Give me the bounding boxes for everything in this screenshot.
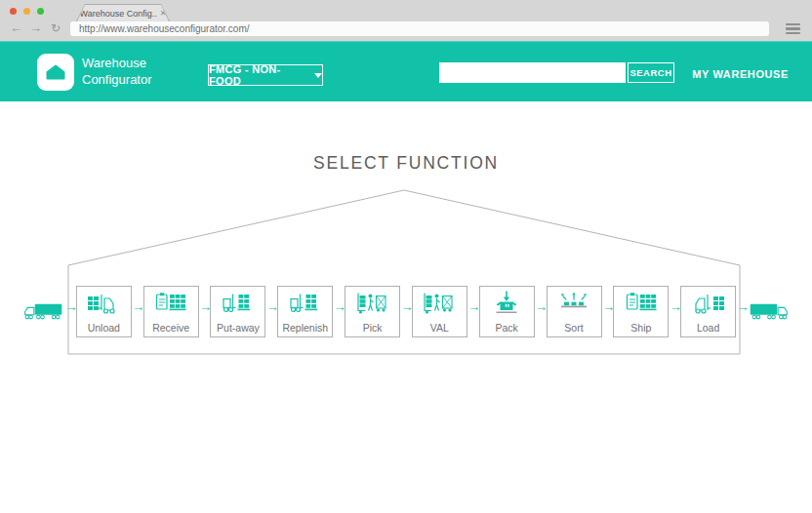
function-label: Sort bbox=[564, 322, 583, 334]
forklift-shelf-icon bbox=[221, 290, 256, 316]
category-dropdown-value: FMCG - NON-FOOD bbox=[209, 63, 304, 87]
forklift-unload-icon bbox=[86, 290, 121, 316]
clipboard-shelf-icon bbox=[153, 290, 188, 316]
function-box-load[interactable]: Load bbox=[680, 286, 736, 337]
function-label: Put-away bbox=[217, 322, 260, 334]
sorter-icon bbox=[556, 290, 591, 316]
function-label: Unload bbox=[88, 322, 120, 334]
back-icon[interactable]: ← bbox=[10, 19, 22, 38]
flow-arrow-icon: → bbox=[602, 300, 613, 313]
url-text: http://www.warehouseconfigurator.com/ bbox=[70, 23, 250, 34]
flow-arrow-icon: → bbox=[132, 300, 142, 313]
function-label: Replenish bbox=[282, 322, 328, 334]
function-label: Pick bbox=[363, 322, 383, 334]
open-box-icon bbox=[489, 290, 524, 316]
function-box-receive[interactable]: Receive bbox=[143, 286, 199, 337]
function-label: Load bbox=[697, 322, 719, 334]
hamburger-icon bbox=[786, 23, 800, 25]
function-box-pack[interactable]: Pack bbox=[479, 286, 535, 337]
brand-title: Warehouse Configurator bbox=[82, 55, 152, 88]
flow-arrow-icon: → bbox=[670, 300, 680, 313]
truck-outbound-icon bbox=[748, 300, 791, 324]
flow-arrow-icon: → bbox=[400, 300, 411, 313]
function-box-replenish[interactable]: Replenish bbox=[277, 286, 333, 337]
function-box-unload[interactable]: Unload bbox=[76, 286, 132, 337]
forklift-shelf-icon bbox=[288, 290, 323, 316]
app-logo[interactable] bbox=[37, 54, 74, 91]
flow-arrow-icon: → bbox=[199, 300, 210, 313]
my-warehouse-link[interactable]: MY WAREHOUSE bbox=[692, 68, 789, 80]
clipboard-shelf-icon bbox=[624, 290, 659, 316]
truck-inbound-icon bbox=[21, 300, 64, 324]
search-button[interactable]: SEARCH bbox=[628, 62, 674, 83]
chevron-down-icon bbox=[314, 73, 322, 78]
window-close-button[interactable] bbox=[10, 8, 17, 15]
refresh-icon[interactable]: ↻ bbox=[51, 19, 61, 38]
flow-arrow-icon: → bbox=[737, 300, 748, 313]
browser-chrome: Warehouse Config.. ✕ ← → ↻ http://www.wa… bbox=[0, 0, 812, 41]
window-minimize-button[interactable] bbox=[23, 8, 30, 15]
function-box-ship[interactable]: Ship bbox=[613, 286, 669, 337]
function-flow: → Unload → Receive → bbox=[21, 286, 791, 337]
flow-arrow-icon: → bbox=[266, 300, 277, 313]
function-label: Pack bbox=[496, 322, 518, 334]
picker-cart-icon bbox=[355, 290, 390, 316]
main-content: SELECT FUNCTION → bbox=[0, 101, 812, 513]
flow-arrow-icon: → bbox=[535, 300, 546, 313]
app-header: Warehouse Configurator FMCG - NON-FOOD S… bbox=[0, 41, 812, 101]
browser-menu-button[interactable] bbox=[786, 23, 800, 34]
url-bar[interactable]: http://www.warehouseconfigurator.com/ bbox=[70, 21, 769, 36]
flow-arrow-icon: → bbox=[467, 300, 478, 313]
function-label: Receive bbox=[152, 322, 189, 334]
function-label: Ship bbox=[630, 322, 651, 334]
function-label: VAL bbox=[430, 322, 449, 334]
function-box-put-away[interactable]: Put-away bbox=[210, 286, 265, 337]
tab-close-icon[interactable]: ✕ bbox=[160, 9, 167, 18]
home-icon bbox=[44, 60, 67, 84]
browser-tab[interactable]: Warehouse Config.. ✕ bbox=[76, 4, 170, 21]
window-zoom-button[interactable] bbox=[37, 8, 44, 15]
flow-arrow-icon: → bbox=[334, 300, 345, 313]
function-box-val[interactable]: VAL bbox=[412, 286, 467, 337]
function-box-sort[interactable]: Sort bbox=[547, 286, 602, 337]
picker-cart-icon bbox=[422, 290, 457, 316]
forward-icon[interactable]: → bbox=[29, 19, 42, 38]
category-dropdown[interactable]: FMCG - NON-FOOD bbox=[208, 64, 323, 86]
function-box-pick[interactable]: Pick bbox=[345, 286, 400, 337]
tab-title: Warehouse Config.. bbox=[80, 9, 157, 19]
search-input[interactable] bbox=[439, 62, 626, 83]
forklift-load-icon bbox=[691, 290, 726, 316]
flow-arrow-icon: → bbox=[64, 300, 75, 313]
